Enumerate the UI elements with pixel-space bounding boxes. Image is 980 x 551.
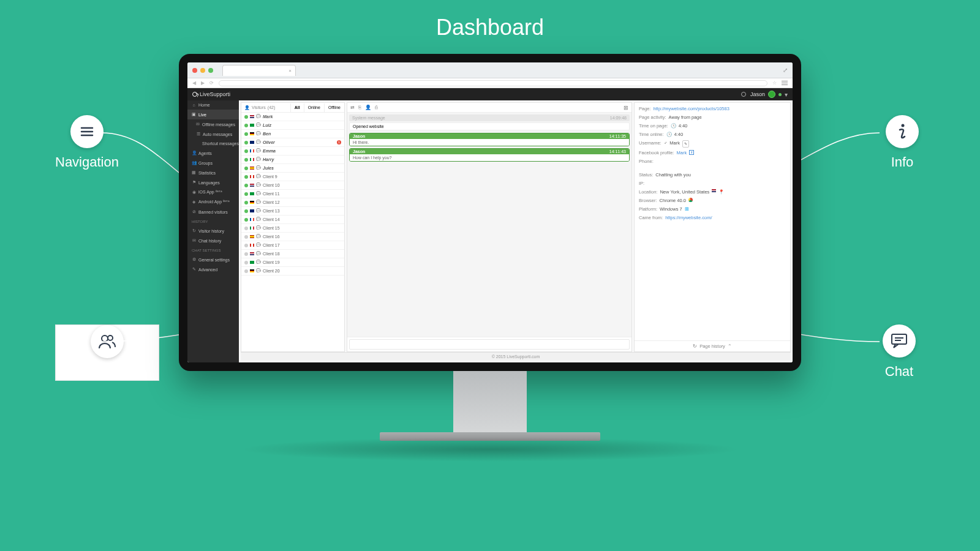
message-input[interactable] [349,339,630,350]
status-dot-icon [244,218,248,222]
sidebar-item[interactable]: 👤Agents [187,148,239,158]
window-close-icon[interactable] [192,68,197,73]
sidebar-item[interactable]: ✎Advanced [187,264,239,274]
window-minimize-icon[interactable] [200,68,205,73]
sidebar-item[interactable]: 👥Groups [187,158,239,168]
sidebar-icon: ⌂ [192,103,196,107]
sidebar-label: iOS App ᴮᵉᵗᵃ [198,190,222,195]
attach-icon[interactable]: ⎘ [358,105,361,110]
sidebar-label: Auto messages [203,132,232,137]
facebook-icon[interactable]: f [689,150,694,155]
sidebar-item[interactable]: ⊘Banned visitors [187,207,239,217]
callout-label: Visitors [56,364,159,380]
visitor-row[interactable]: 💬↑Jules [241,164,344,173]
info-page-link[interactable]: http://mywebsite.com/products/10583 [654,106,729,112]
info-value: Away from page [669,114,702,121]
visitor-filter[interactable]: Online [304,103,324,112]
visitor-meta-icons: 💬↑ [256,114,261,119]
edit-icon[interactable]: ✎ [682,140,689,148]
chat-message: Jason14:11:35Hi there. [349,133,630,146]
referrer-link[interactable]: https://mywebsite.com/ [665,215,712,221]
opened-website-notice: Opened website [349,122,630,130]
browser-tab[interactable]: × [222,65,296,76]
sidebar-item[interactable]: ✉Offline messages [187,119,239,129]
visitor-row[interactable]: 💬↑Client 10 [241,181,344,190]
avatar[interactable] [768,91,775,98]
visitor-row[interactable]: 💬↑Client 20 [241,267,344,276]
visitor-row[interactable]: 💬↑Client 17 [241,241,344,250]
sidebar-item[interactable]: ☰Auto messages [187,129,239,139]
system-message-label: System message [352,116,385,120]
sidebar-item[interactable]: ⚑Languages [187,178,239,187]
callout-label: Chat [883,364,916,380]
hamburger-icon [70,115,104,148]
sidebar-section: CHAT SETTINGS [187,246,239,255]
sidebar-label: Home [198,103,210,107]
status-indicator-icon[interactable] [778,93,782,96]
sidebar-icon: ◈ [192,200,196,204]
visitor-meta-icons: 💬↑ [256,191,261,197]
globe-icon[interactable] [741,92,746,97]
sidebar-item[interactable]: ◉iOS App ᴮᵉᵗᵃ [187,187,239,197]
sidebar-item[interactable]: ✉Chat history [187,236,239,246]
visitor-row[interactable]: 💬↑Harry [241,156,344,164]
visitor-filter[interactable]: Offline [324,103,344,112]
sidebar-icon: ⊘ [192,209,196,214]
status-dot-icon [244,175,248,179]
sidebar-item[interactable]: ⌂Home [187,100,239,110]
map-pin-icon[interactable]: 📍 [718,189,724,195]
visitor-row[interactable]: 💬↑Oliver1 [241,138,344,147]
window-maximize-icon[interactable] [208,68,213,73]
sidebar-item[interactable]: ⚙General settings [187,255,239,264]
visitor-row[interactable]: 💬↑Client 14 [241,216,344,224]
nav-back-icon[interactable]: ◀ [192,80,196,86]
print-icon[interactable]: ⎙ [375,105,378,110]
address-bar[interactable] [219,80,767,86]
end-chat-icon[interactable]: ⊠ [624,105,628,111]
app-topbar: LiveSupporti Jason ▾ [187,88,793,100]
sidebar-item[interactable]: ▦Statistics [187,168,239,178]
visitor-row[interactable]: 💬↑Emma [241,147,344,156]
visitor-row[interactable]: 💬↑Client 9 [241,173,344,181]
visitor-row[interactable]: 💬↑Client 19 [241,258,344,267]
flag-icon [250,149,254,152]
flag-icon [250,132,254,135]
close-icon[interactable]: × [288,68,292,73]
visitor-row[interactable]: 💬↑Ben [241,130,344,138]
bookmark-icon[interactable]: ☆ [772,80,777,86]
reload-icon[interactable]: ⟳ [209,80,214,86]
info-label: Page activity: [639,114,666,121]
sidebar-section: HISTORY [187,217,239,226]
sidebar-item[interactable]: ↻Visitor history [187,226,239,236]
sidebar: ⌂Home▣Live✉Offline messages☰Auto message… [187,100,239,362]
visitor-row[interactable]: 💬↑Client 16 [241,233,344,241]
nav-forward-icon[interactable]: ▶ [201,80,205,86]
transfer-icon[interactable]: ⇄ [350,105,355,110]
sidebar-item[interactable]: ▣Live [187,110,239,119]
sidebar-icon: ▣ [192,112,196,117]
visitor-row[interactable]: 💬↑Mark [241,113,344,121]
user-icon[interactable]: 👤 [365,105,371,110]
visitor-row[interactable]: 💬↑Luiz [241,121,344,130]
page-history-toggle[interactable]: ↻ Page history ⌃ [635,340,790,351]
status-dot-icon [244,269,248,273]
visitor-meta-icons: 💬↑ [256,165,261,171]
visitor-row[interactable]: 💬↑Client 11 [241,190,344,198]
browser-menu-icon[interactable] [782,81,788,86]
flag-icon [250,124,254,127]
sidebar-item[interactable]: ◈Android App ᴮᵉᵗᵃ [187,197,239,207]
visitor-filter[interactable]: All [290,103,304,112]
info-panel: Page:http://mywebsite.com/products/10583… [634,102,791,352]
visitor-row[interactable]: 💬↑Client 13 [241,207,344,216]
facebook-link[interactable]: Mark [677,150,687,156]
visitor-meta-icons: 💬↑ [256,200,261,205]
sidebar-label: Visitor history [198,229,224,233]
settings-icon[interactable]: ▾ [785,91,788,98]
visitor-name: Jules [263,165,274,171]
sidebar-item[interactable]: Shortcut messages [187,139,239,148]
visitor-row[interactable]: 💬↑Client 18 [241,250,344,258]
sidebar-label: Languages [198,181,220,185]
fullscreen-icon[interactable]: ⤢ [783,67,788,73]
visitor-row[interactable]: 💬↑Client 12 [241,198,344,207]
visitor-row[interactable]: 💬↑Client 15 [241,224,344,233]
